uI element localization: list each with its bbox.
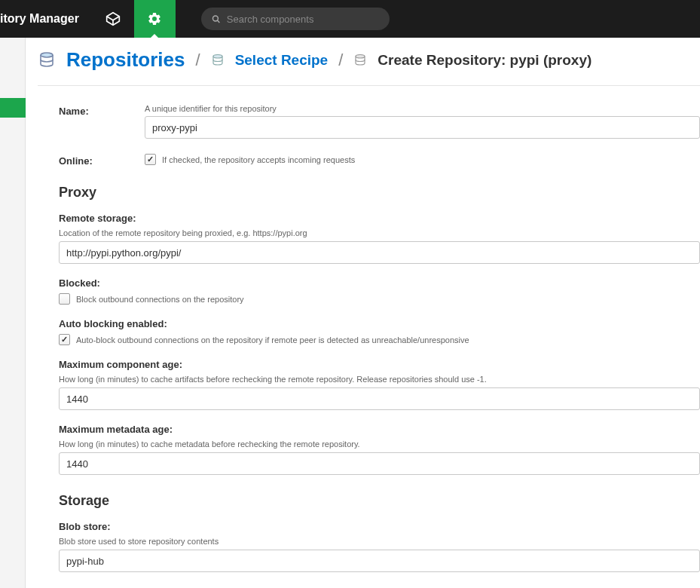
database-icon [211, 54, 225, 67]
left-sidebar [0, 38, 26, 588]
svg-point-2 [212, 16, 218, 21]
max-metadata-age-label: Maximum metadata age: [59, 424, 700, 435]
name-label: Name: [59, 104, 145, 139]
gear-icon [147, 11, 162, 26]
auto-blocking-help: Auto-block outbound connections on the r… [76, 335, 469, 345]
max-component-age-input[interactable] [59, 387, 700, 410]
breadcrumb-separator: / [338, 51, 343, 70]
blocked-label: Blocked: [59, 277, 700, 289]
max-component-age-label: Maximum component age: [59, 359, 700, 370]
name-help: A unique identifier for this repository [145, 104, 700, 113]
proxy-heading: Proxy [59, 185, 700, 201]
cube-button[interactable] [93, 0, 134, 38]
max-component-age-help: How long (in minutes) to cache artifacts… [59, 375, 700, 384]
max-metadata-age-input[interactable] [59, 452, 700, 475]
online-help: If checked, the repository accepts incom… [162, 155, 355, 164]
blob-store-help: Blob store used to store repository cont… [59, 537, 700, 546]
auto-blocking-label: Auto blocking enabled: [59, 318, 700, 329]
remote-storage-help: Location of the remote repository being … [59, 228, 700, 237]
svg-point-4 [41, 53, 53, 57]
search-input[interactable] [227, 14, 379, 25]
breadcrumb-select-recipe[interactable]: Select Recipe [235, 52, 329, 69]
blocked-checkbox[interactable] [59, 293, 70, 305]
online-label: Online: [59, 154, 145, 167]
breadcrumb: Repositories / Select Recipe / Create Re… [26, 38, 700, 85]
search-icon [212, 14, 221, 24]
breadcrumb-current: Create Repository: pypi (proxy) [378, 52, 591, 69]
auto-blocking-checkbox[interactable] [59, 334, 70, 345]
cube-icon [105, 11, 121, 26]
app-title: itory Manager [0, 12, 93, 26]
svg-point-5 [213, 54, 222, 58]
breadcrumb-separator: / [196, 51, 200, 70]
search-box[interactable] [201, 8, 390, 30]
remote-storage-label: Remote storage: [59, 213, 700, 224]
database-icon [38, 51, 56, 69]
breadcrumb-repositories[interactable]: Repositories [66, 48, 185, 72]
storage-heading: Storage [59, 493, 700, 509]
sidebar-active-indicator [0, 98, 26, 118]
online-checkbox[interactable] [145, 154, 156, 165]
blob-store-input[interactable] [59, 550, 700, 572]
form-panel: Name: A unique identifier for this repos… [38, 85, 700, 572]
database-icon [353, 54, 367, 67]
blocked-help: Block outbound connections on the reposi… [76, 295, 244, 304]
svg-point-6 [356, 54, 365, 58]
settings-button[interactable] [134, 0, 176, 38]
max-metadata-age-help: How long (in minutes) to cache metadata … [59, 439, 700, 449]
remote-storage-input[interactable] [59, 241, 700, 264]
svg-line-3 [217, 20, 219, 22]
header-bar: itory Manager [0, 0, 700, 38]
blob-store-label: Blob store: [59, 521, 700, 532]
name-input[interactable] [145, 116, 700, 139]
